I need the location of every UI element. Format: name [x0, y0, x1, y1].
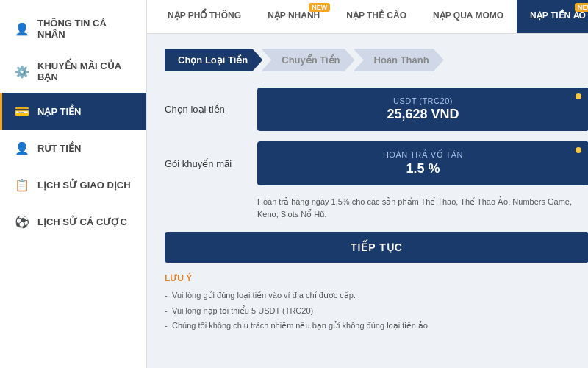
sidebar-item-nap-tien[interactable]: 💳 NẠP TIỀN: [0, 93, 146, 130]
sidebar-item-label-nap-tien: NẠP TIỀN: [37, 106, 81, 117]
dot-indicator-1: [576, 93, 581, 99]
nap-tien-icon: 💳: [14, 103, 30, 119]
luu-y-item-2: Chúng tôi không chịu trách nhiệm nếu bạn…: [165, 318, 588, 333]
note-text: Hoàn trả hàng ngày 1,5% cho các sản phẩm…: [165, 196, 588, 220]
tab-nap-pho-thong[interactable]: NẠP PHỔ THÔNG: [154, 0, 254, 33]
tab-nap-nhanh[interactable]: NẠP NHANHNEW: [254, 0, 333, 33]
sidebar-item-lich-su-ca-cuoc[interactable]: ⚽ LỊCH SỬ CÁ CƯỢC: [0, 203, 146, 240]
sidebar-item-lich-su-giao-dich[interactable]: 📋 LỊCH SỬ GIAO DỊCH: [0, 166, 146, 203]
luu-y-item-1: Vui lòng nạp tối thiểu 5 USDT (TRC20): [165, 303, 588, 319]
step-hoan-thanh: Hoàn Thành: [354, 49, 444, 71]
chon-loai-tien-label: Chọn loại tiền: [165, 104, 245, 115]
goi-khuyen-mai-field[interactable]: HOÀN TRẢ VỐ TÁN 1.5 %: [257, 141, 588, 185]
luu-y-list: Vui lòng gửi đúng loại tiền vào ví địa c…: [165, 288, 588, 333]
sidebar-item-label-thong-tin: THÔNG TIN CÁ NHÂN: [37, 18, 135, 40]
main-content: NẠP PHỔ THÔNGNẠP NHANHNEWNẠP THẺ CÀONẠP …: [147, 0, 588, 368]
sidebar-item-thong-tin[interactable]: 👤 THÔNG TIN CÁ NHÂN: [0, 7, 146, 50]
steps-bar: Chọn Loại TiềnChuyển TiềnHoàn Thành: [165, 49, 588, 71]
sidebar-item-label-rut-tien: RÚT TIỀN: [37, 143, 81, 154]
dot-indicator-2: [576, 147, 581, 153]
chon-loai-tien-field[interactable]: USDT (TRC20) 25,628 VND: [257, 88, 588, 131]
luu-y-item-0: Vui lòng gửi đúng loại tiền vào ví địa c…: [165, 288, 588, 303]
lich-su-ca-cuoc-icon: ⚽: [14, 213, 30, 230]
luu-y-title: LƯU Ý: [165, 273, 588, 283]
content-area: Chọn Loại TiềnChuyển TiềnHoàn Thành Chọn…: [147, 34, 588, 368]
chon-loai-tien-sub: USDT (TRC20): [269, 96, 577, 105]
tabs-bar: NẠP PHỔ THÔNGNẠP NHANHNEWNẠP THẺ CÀONẠP …: [147, 0, 588, 34]
step-chuyen-tien: Chuyển Tiền: [261, 49, 354, 71]
sidebar-item-label-khuyen-mai: KHUYẾN MÃI CỦA BẠN: [37, 60, 135, 82]
sidebar-item-label-lich-su-giao-dich: LỊCH SỬ GIAO DỊCH: [37, 180, 131, 191]
tab-new-badge-nap-tien-ao: NEW: [575, 3, 588, 12]
goi-khuyen-mai-row: Gói khuyến mãi HOÀN TRẢ VỐ TÁN 1.5 %: [165, 141, 588, 185]
tab-nap-tien-ao[interactable]: NẠP TIỀN ẢONEW: [517, 0, 588, 33]
sidebar-item-label-lich-su-ca-cuoc: LỊCH SỬ CÁ CƯỢC: [37, 216, 127, 227]
chon-loai-tien-row: Chọn loại tiền USDT (TRC20) 25,628 VND: [165, 88, 588, 131]
form: Chọn loại tiền USDT (TRC20) 25,628 VND G…: [165, 88, 588, 333]
sidebar-item-rut-tien[interactable]: 👤 RÚT TIỀN: [0, 130, 146, 166]
tiep-tuc-button[interactable]: TIẾP TỤC: [165, 232, 588, 263]
goi-khuyen-mai-value: 1.5 %: [269, 161, 577, 177]
chon-loai-tien-value: 25,628 VND: [269, 107, 577, 122]
tab-nap-the-cao[interactable]: NẠP THẺ CÀO: [333, 0, 420, 33]
rut-tien-icon: 👤: [14, 140, 30, 156]
thong-tin-icon: 👤: [14, 21, 30, 37]
sidebar: 👤 THÔNG TIN CÁ NHÂN ⚙️ KHUYẾN MÃI CỦA BẠ…: [0, 0, 147, 368]
lich-su-giao-dich-icon: 📋: [14, 177, 30, 193]
step-chon-loai-tien: Chọn Loại Tiền: [165, 49, 262, 71]
khuyen-mai-icon: ⚙️: [14, 63, 30, 79]
sidebar-item-khuyen-mai[interactable]: ⚙️ KHUYẾN MÃI CỦA BẠN: [0, 50, 146, 93]
goi-khuyen-mai-sub: HOÀN TRẢ VỐ TÁN: [269, 150, 577, 160]
tab-new-badge-nap-nhanh: NEW: [309, 3, 330, 12]
tab-nap-qua-momo[interactable]: NẠP QUA MOMO: [420, 0, 517, 33]
goi-khuyen-mai-label: Gói khuyến mãi: [165, 158, 245, 169]
